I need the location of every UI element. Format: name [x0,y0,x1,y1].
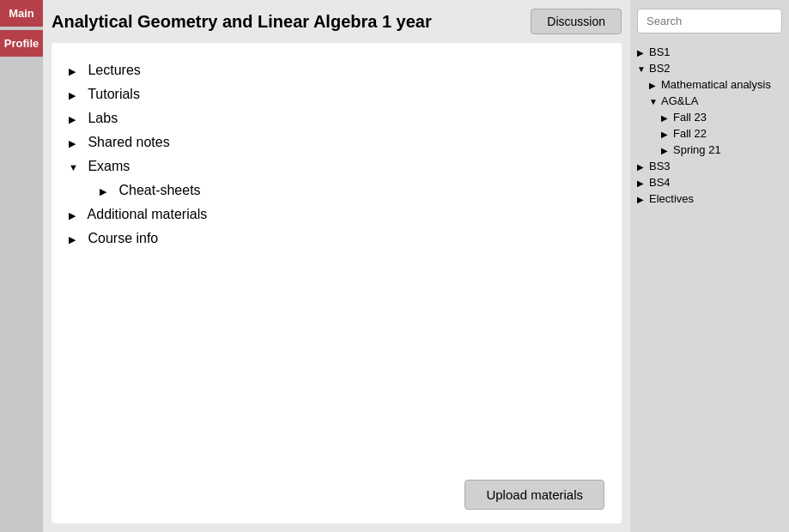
sidebar-tree-item-bs1[interactable]: ▶BS1 [637,44,782,60]
sidebar-tree-item-bs4[interactable]: ▶BS4 [637,174,782,190]
tree-item-shared-notes[interactable]: ▶ Shared notes [69,130,604,154]
tree-item-exams[interactable]: ▼ Exams [69,154,604,178]
tree-item-cheat-sheets[interactable]: ▶ Cheat-sheets [69,178,604,203]
tree-item-additional-materials[interactable]: ▶ Additional materials [69,203,604,227]
sidebar-tree-item-electives[interactable]: ▶Electives [637,190,782,207]
main-nav-button[interactable]: Main [0,0,43,27]
left-sidebar: Main Profile [0,0,43,532]
sidebar-tree-item-spring21[interactable]: ▶Spring 21 [637,142,782,158]
main-tree-list: ▶ Lectures▶ Tutorials▶ Labs▶ Shared note… [69,58,604,469]
sidebar-tree-item-fall22[interactable]: ▶Fall 22 [637,125,782,142]
tree-item-labs[interactable]: ▶ Labs [69,106,604,130]
sidebar-tree-item-bs2[interactable]: ▼BS2 [637,60,782,76]
upload-materials-button[interactable]: Upload materials [464,480,604,510]
sidebar-tree: ▶BS1▼BS2▶Mathematical analysis▼AG&LA▶Fal… [637,44,782,207]
tree-item-lectures[interactable]: ▶ Lectures [69,58,604,82]
tree-item-course-info[interactable]: ▶ Course info [69,227,604,251]
content-panel: ▶ Lectures▶ Tutorials▶ Labs▶ Shared note… [52,43,622,523]
upload-button-container: Upload materials [69,469,604,510]
discussion-button[interactable]: Discussion [531,9,622,34]
search-input[interactable] [637,9,782,33]
profile-nav-button[interactable]: Profile [0,30,43,57]
sidebar-tree-item-agla[interactable]: ▼AG&LA [637,93,782,109]
tree-item-tutorials[interactable]: ▶ Tutorials [69,82,604,106]
right-sidebar: ▶BS1▼BS2▶Mathematical analysis▼AG&LA▶Fal… [630,0,789,532]
sidebar-tree-item-mathematical-analysis[interactable]: ▶Mathematical analysis [637,76,782,93]
sidebar-tree-item-bs3[interactable]: ▶BS3 [637,158,782,174]
main-content: Analytical Geometry and Linear Algebra 1… [43,0,630,532]
course-title: Analytical Geometry and Linear Algebra 1… [52,12,517,32]
sidebar-tree-item-fall23[interactable]: ▶Fall 23 [637,109,782,125]
header-bar: Analytical Geometry and Linear Algebra 1… [52,9,622,34]
